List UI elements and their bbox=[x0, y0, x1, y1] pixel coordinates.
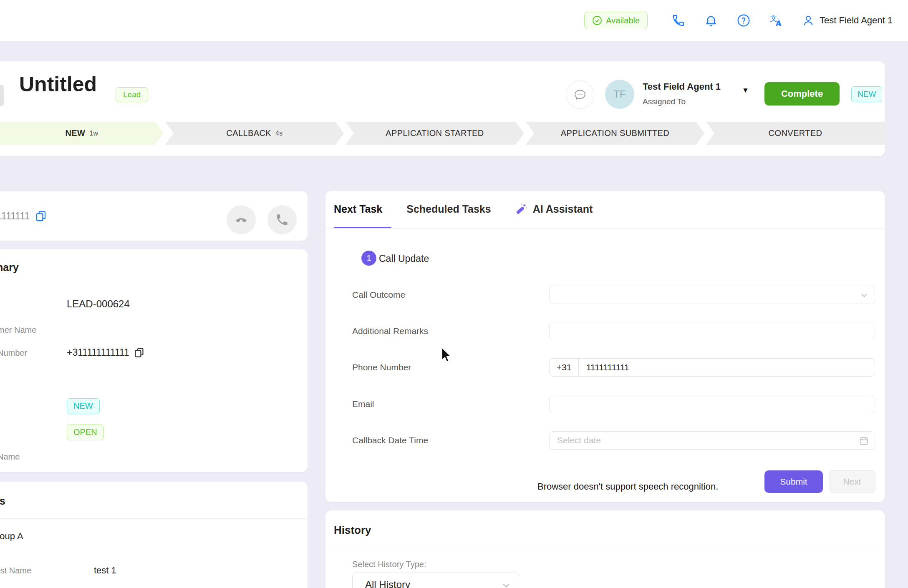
submit-button[interactable]: Submit bbox=[764, 470, 823, 493]
email-label: Email bbox=[352, 395, 374, 413]
pipeline-stage-application-submitted[interactable]: APPLICATION SUBMITTED bbox=[526, 122, 704, 145]
call-card: 1111111 bbox=[0, 191, 308, 241]
lead-phone-short: 1111111 bbox=[0, 210, 47, 222]
pipeline-stage-new[interactable]: NEW 1w bbox=[0, 122, 164, 145]
phone-fragment-text: 1111111 bbox=[0, 211, 30, 222]
tab-label: Scheduled Tasks bbox=[406, 203, 491, 215]
availability-toggle[interactable]: Available bbox=[584, 12, 648, 29]
copy-icon[interactable] bbox=[35, 210, 47, 222]
speech-recognition-notice: Browser doesn't support speech recogniti… bbox=[537, 481, 718, 492]
assignee-avatar[interactable]: TF bbox=[605, 80, 634, 109]
divider bbox=[0, 285, 308, 285]
comments-button[interactable] bbox=[566, 80, 594, 109]
phone-number-text: +311111111111 bbox=[67, 347, 129, 358]
history-type-label: Select History Type: bbox=[352, 560, 426, 569]
chevron-down-icon bbox=[860, 291, 869, 300]
history-card: History Select History Type: All History bbox=[325, 510, 885, 588]
lead-header-card: Untitled Lead TF Test Field Agent 1 Assi… bbox=[0, 61, 885, 156]
assignee-name: Test Field Agent 1 bbox=[643, 81, 721, 92]
history-type-value: All History bbox=[365, 579, 410, 588]
chevron-down-icon bbox=[501, 580, 511, 588]
tab-ai-assistant[interactable]: AI Assistant bbox=[515, 203, 593, 224]
user-icon bbox=[802, 14, 815, 27]
lead-stage-badge: NEW bbox=[851, 86, 882, 102]
assignee-role-label: Assigned To bbox=[643, 97, 686, 106]
hang-up-icon bbox=[234, 212, 249, 227]
history-type-select[interactable]: All History bbox=[352, 573, 519, 588]
phone-icon[interactable] bbox=[672, 14, 685, 27]
customer-name-label-partial: mer Name bbox=[0, 325, 36, 335]
call-outcome-label: Call Outcome bbox=[352, 286, 405, 304]
calendar-icon[interactable] bbox=[859, 436, 869, 446]
availability-label: Available bbox=[606, 16, 640, 25]
magic-wand-icon bbox=[515, 203, 528, 215]
top-bar: Available 文A Test Field Agent 1 bbox=[0, 0, 908, 41]
number-label-partial: Number bbox=[0, 348, 27, 358]
group-value-partial: roup A bbox=[0, 531, 23, 542]
phone-receiver-icon bbox=[275, 213, 289, 227]
summary-heading-partial: nary bbox=[0, 261, 19, 274]
user-name: Test Field Agent 1 bbox=[820, 15, 893, 26]
lead-summary-card: nary LEAD-000624 mer Name Number +311111… bbox=[0, 249, 308, 472]
details-heading-partial: ls bbox=[0, 495, 5, 507]
speech-bubble-icon bbox=[573, 88, 587, 102]
stage-age: 1w bbox=[89, 130, 98, 137]
lead-phone-full: +311111111111 bbox=[67, 347, 145, 358]
stage-label: NEW bbox=[65, 128, 85, 138]
page-title: Untitled bbox=[19, 72, 97, 96]
notifications-bell-icon[interactable] bbox=[704, 14, 718, 27]
pipeline-stage-application-started[interactable]: APPLICATION STARTED bbox=[346, 122, 524, 145]
mouse-cursor bbox=[441, 347, 452, 363]
translate-icon[interactable]: 文A bbox=[769, 14, 783, 27]
status-tag-open: OPEN bbox=[67, 425, 104, 440]
first-name-value: test 1 bbox=[94, 565, 116, 576]
callback-date-input[interactable] bbox=[550, 432, 875, 449]
additional-remarks-label: Additional Remarks bbox=[352, 322, 428, 340]
lead-details-card: ls roup A rst Name test 1 bbox=[0, 482, 308, 588]
call-button[interactable] bbox=[267, 205, 297, 234]
pipeline-stage-converted[interactable]: CONVERTED bbox=[706, 122, 885, 145]
stage-age: 4s bbox=[275, 130, 283, 137]
complete-button[interactable]: Complete bbox=[764, 82, 840, 106]
help-icon[interactable] bbox=[737, 14, 750, 27]
additional-remarks-input-wrap bbox=[549, 322, 875, 340]
stage-tag-new: NEW bbox=[67, 398, 100, 414]
phone-number-input-wrap: +31 bbox=[549, 358, 875, 377]
email-input-wrap bbox=[549, 395, 875, 413]
email-input[interactable] bbox=[550, 395, 875, 413]
task-tabs: Next Task Scheduled Tasks AI Assistant bbox=[334, 203, 593, 224]
crm-lead-screen: Available 文A Test Field Agent 1 Untitled… bbox=[0, 0, 908, 588]
callback-date-input-wrap bbox=[549, 431, 875, 450]
stage-label: CONVERTED bbox=[769, 128, 822, 138]
tab-label: Next Task bbox=[334, 203, 382, 215]
callback-date-label: Callback Date Time bbox=[352, 431, 428, 450]
assignee-dropdown-caret[interactable]: ▼ bbox=[742, 86, 749, 95]
divider bbox=[0, 518, 308, 519]
pipeline-stage-callback[interactable]: CALLBACK 4s bbox=[165, 122, 344, 145]
phone-prefix[interactable]: +31 bbox=[550, 359, 579, 376]
next-button[interactable]: Next bbox=[829, 470, 875, 493]
back-button-partial[interactable] bbox=[0, 85, 4, 106]
lead-id-value: LEAD-000624 bbox=[67, 298, 130, 310]
phone-number-label: Phone Number bbox=[352, 358, 411, 377]
stage-label: APPLICATION STARTED bbox=[386, 128, 484, 138]
additional-remarks-input[interactable] bbox=[550, 322, 875, 340]
tasks-card: Next Task Scheduled Tasks AI Assistant 1… bbox=[325, 191, 885, 502]
user-menu[interactable]: Test Field Agent 1 bbox=[802, 14, 893, 27]
entity-type-badge: Lead bbox=[116, 87, 148, 102]
tab-next-task[interactable]: Next Task bbox=[334, 203, 382, 224]
tab-label: AI Assistant bbox=[533, 203, 593, 215]
stage-label: APPLICATION SUBMITTED bbox=[561, 128, 669, 138]
first-name-label-partial: rst Name bbox=[0, 566, 31, 575]
stage-pipeline: NEW 1w CALLBACK 4s APPLICATION STARTED A… bbox=[0, 122, 885, 145]
name-label-partial: Name bbox=[0, 452, 20, 462]
hang-up-call-button[interactable] bbox=[227, 205, 256, 234]
step-title: Call Update bbox=[379, 253, 429, 264]
phone-number-input[interactable] bbox=[579, 359, 875, 376]
tab-scheduled-tasks[interactable]: Scheduled Tasks bbox=[406, 203, 491, 224]
stage-label: CALLBACK bbox=[226, 128, 271, 138]
call-outcome-select[interactable] bbox=[549, 286, 875, 304]
divider bbox=[325, 228, 885, 229]
step-number-badge: 1 bbox=[361, 251, 376, 266]
copy-icon-dark[interactable] bbox=[134, 347, 145, 358]
